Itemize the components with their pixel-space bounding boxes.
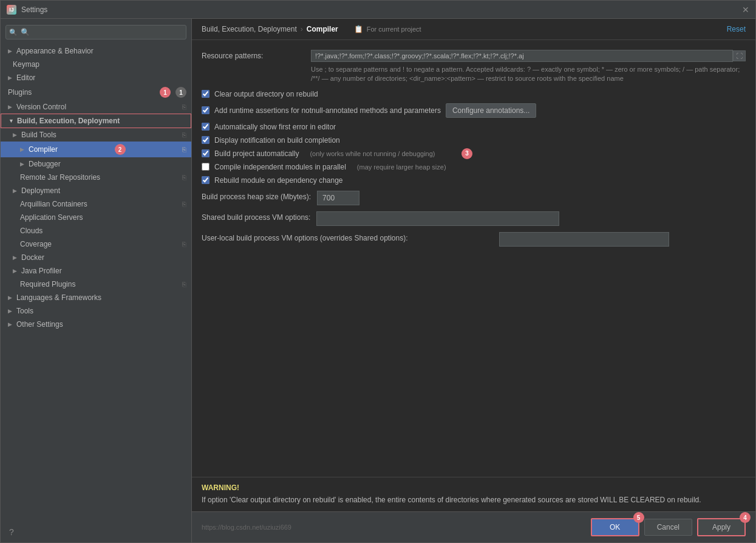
sidebar-item-label: Debugger — [29, 160, 61, 168]
chevron-down-icon: ▼ — [9, 118, 15, 124]
checkbox-clear-output-input[interactable] — [202, 90, 209, 98]
sidebar-item-build-tools[interactable]: ▶ Build Tools ⎘ — [1, 128, 191, 142]
sidebar-item-label: Coverage — [20, 240, 52, 248]
sidebar-item-label: Appearance & Behavior — [16, 47, 94, 55]
sidebar-item-other-settings[interactable]: ▶ Other Settings — [1, 318, 191, 331]
badge-compiler: 2 — [115, 144, 126, 155]
sidebar-item-arquillian-containers[interactable]: Arquillian Containers ⎘ — [1, 197, 191, 211]
checkbox-rebuild-module-input[interactable] — [202, 176, 209, 184]
chevron-right-icon: ▶ — [20, 161, 26, 167]
resource-patterns-hint: Use ; to separate patterns and ! to nega… — [311, 65, 746, 84]
checkbox-build-auto-input[interactable] — [202, 149, 209, 157]
chevron-right-icon: ▶ — [13, 188, 19, 194]
copy-icon: ⎘ — [182, 146, 186, 153]
breadcrumb: Build, Execution, Deployment › Compiler … — [202, 25, 421, 33]
configure-annotations-button[interactable]: Configure annotations... — [446, 103, 536, 118]
checkbox-auto-show-error-label[interactable]: Automatically show first error in editor — [214, 123, 336, 131]
sidebar-item-label: Tools — [16, 307, 33, 315]
sidebar-item-tools[interactable]: ▶ Tools — [1, 304, 191, 318]
cancel-button[interactable]: Cancel — [644, 519, 692, 536]
checkbox-add-runtime: Add runtime assertions for notnull-annot… — [202, 103, 746, 118]
apply-button[interactable]: Apply — [697, 518, 746, 536]
ok-button[interactable]: OK — [591, 518, 639, 536]
checkbox-add-runtime-input[interactable] — [202, 106, 209, 114]
chevron-right-icon: ▶ — [8, 75, 14, 81]
checkbox-display-notification-label[interactable]: Display notification on build completion — [214, 136, 340, 145]
chevron-right-icon: ▶ — [20, 146, 26, 152]
checkbox-clear-output-label[interactable]: Clear output directory on rebuild — [214, 90, 318, 98]
reset-button[interactable]: Reset — [727, 25, 746, 33]
copy-icon: ⎘ — [182, 174, 186, 181]
checkbox-rebuild-module-label[interactable]: Rebuild module on dependency change — [214, 176, 343, 185]
sidebar-item-debugger[interactable]: ▶ Debugger — [1, 157, 191, 171]
checkbox-auto-show-error-input[interactable] — [202, 123, 209, 131]
app-icon: IJ — [7, 5, 16, 15]
breadcrumb-current: Compiler — [307, 25, 338, 33]
sidebar-item-plugins[interactable]: Plugins 1 1 — [1, 84, 191, 100]
sidebar-item-label: Required Plugins — [20, 280, 75, 289]
sidebar-item-version-control[interactable]: ▶ Version Control ⎘ — [1, 100, 191, 114]
help-icon[interactable]: ? — [9, 527, 14, 537]
resource-patterns-label: Resource patterns: — [202, 50, 305, 60]
ok-button-container: 5 OK — [591, 518, 639, 536]
main-content: 🔍 ▶ Appearance & Behavior Keymap ▶ Edito… — [1, 19, 755, 542]
resource-input-row: ⛶ — [311, 50, 746, 62]
badge-annotation-5: 5 — [633, 512, 644, 523]
checkbox-build-auto-label[interactable]: Build project automatically — [214, 149, 299, 158]
sidebar-item-label: Keymap — [13, 60, 39, 69]
sidebar-item-label: Clouds — [20, 227, 43, 235]
sidebar-item-label: Docker — [21, 253, 44, 262]
heap-size-input[interactable] — [317, 191, 359, 205]
badge-plugins-gray: 1 — [175, 87, 186, 98]
sidebar-item-java-profiler[interactable]: ▶ Java Profiler — [1, 264, 191, 278]
checkbox-add-runtime-label[interactable]: Add runtime assertions for notnull-annot… — [214, 106, 441, 115]
checkbox-auto-show-error: Automatically show first error in editor — [202, 123, 746, 131]
checkbox-display-notification-input[interactable] — [202, 136, 209, 144]
sidebar-item-remote-jar-repositories[interactable]: Remote Jar Repositories ⎘ — [1, 171, 191, 184]
heap-size-row: Build process heap size (Mbytes): — [202, 191, 746, 205]
apply-button-container: 4 Apply — [697, 518, 746, 536]
sidebar-item-build-execution-deployment[interactable]: ▼ Build, Execution, Deployment — [1, 114, 191, 128]
search-input[interactable] — [5, 25, 186, 39]
user-local-vm-input[interactable] — [499, 232, 669, 247]
sidebar-item-label: Remote Jar Repositories — [20, 173, 100, 182]
sidebar-item-application-servers[interactable]: Application Servers — [1, 211, 191, 224]
checkbox-compile-parallel-label[interactable]: Compile independent modules in parallel — [214, 163, 346, 171]
resource-patterns-input[interactable] — [311, 50, 733, 62]
sidebar-item-deployment[interactable]: ▶ Deployment — [1, 184, 191, 197]
sidebar-item-label: Java Profiler — [21, 267, 62, 275]
chevron-right-icon: ▶ — [13, 268, 19, 274]
badge-plugins-red: 1 — [160, 87, 171, 98]
sidebar-item-label: Version Control — [16, 103, 66, 111]
bottom-bar: https://blog.csdn.net/uziuzi669 5 OK Can… — [192, 511, 755, 542]
sidebar-item-editor[interactable]: ▶ Editor — [1, 71, 191, 84]
user-local-vm-row: User-local build process VM options (ove… — [202, 232, 746, 247]
sidebar-item-clouds[interactable]: Clouds — [1, 224, 191, 237]
expand-button[interactable]: ⛶ — [733, 50, 746, 61]
warning-section: WARNING! If option 'Clear output directo… — [192, 477, 755, 511]
checkbox-compile-parallel-input[interactable] — [202, 163, 209, 171]
resource-patterns-container: ⛶ Use ; to separate patterns and ! to ne… — [311, 50, 746, 84]
warning-title: WARNING! — [202, 483, 746, 492]
shared-vm-input[interactable] — [316, 211, 559, 226]
sidebar-item-languages-frameworks[interactable]: ▶ Languages & Frameworks — [1, 291, 191, 304]
checkbox-display-notification: Display notification on build completion — [202, 136, 746, 145]
user-local-vm-label: User-local build process VM options (ove… — [202, 232, 493, 242]
sidebar-item-label: Languages & Frameworks — [16, 293, 101, 302]
sidebar-item-appearance-behavior[interactable]: ▶ Appearance & Behavior — [1, 44, 191, 58]
close-icon[interactable]: ✕ — [742, 5, 749, 15]
sidebar-item-required-plugins[interactable]: Required Plugins ⎘ — [1, 278, 191, 291]
sidebar-item-label: Application Servers — [20, 213, 83, 222]
warning-text: If option 'Clear output directory on reb… — [202, 494, 746, 505]
heap-size-label: Build process heap size (Mbytes): — [202, 191, 311, 201]
panel-body: Resource patterns: ⛶ Use ; to separate p… — [192, 40, 755, 477]
url-label: https://blog.csdn.net/uziuzi669 — [202, 524, 586, 531]
sidebar-item-label: Build Tools — [21, 131, 56, 139]
sidebar-item-docker[interactable]: ▶ Docker — [1, 251, 191, 264]
right-panel: Build, Execution, Deployment › Compiler … — [192, 19, 755, 542]
sidebar-item-coverage[interactable]: Coverage ⎘ — [1, 237, 191, 251]
settings-window: IJ Settings ✕ 🔍 ▶ Appearance & Behavior … — [0, 0, 756, 543]
titlebar-title: Settings — [21, 5, 47, 14]
sidebar-item-keymap[interactable]: Keymap — [1, 58, 191, 71]
sidebar-item-compiler[interactable]: ▶ Compiler 2 ⎘ — [1, 142, 191, 157]
